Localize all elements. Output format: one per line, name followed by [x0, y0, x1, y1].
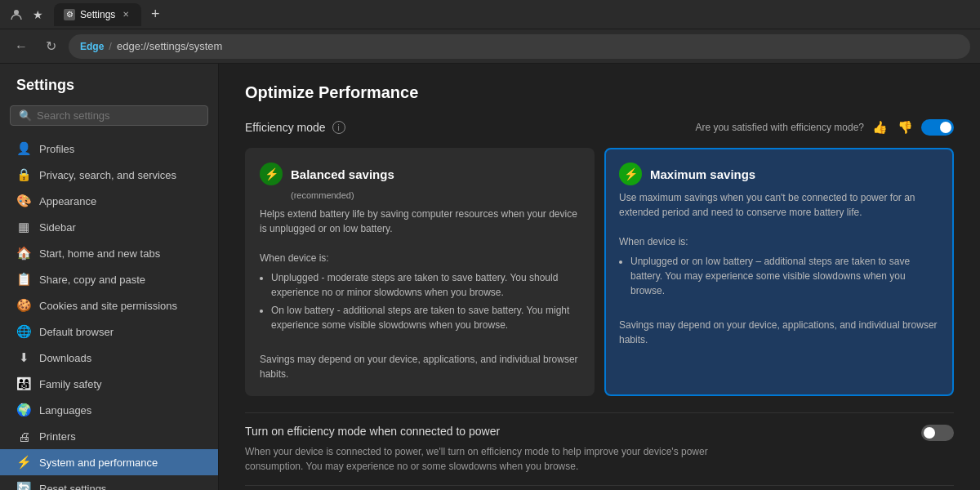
- profile-icon[interactable]: [7, 5, 26, 24]
- nav-icon-default-browser: 🌐: [16, 324, 31, 339]
- main-layout: Settings 🔍 👤 Profiles 🔒 Privacy, search,…: [0, 64, 980, 490]
- window-controls: ★: [7, 5, 47, 24]
- address-text: edge://settings/system: [117, 40, 222, 52]
- sidebar-item-downloads[interactable]: ⬇ Downloads: [0, 345, 218, 371]
- setting-row-efficiency-power: Turn on efficiency mode when connected t…: [245, 412, 954, 485]
- efficiency-thumbs-up[interactable]: 👍: [871, 118, 889, 136]
- nav-icon-downloads: ⬇: [16, 350, 31, 365]
- nav-icon-share-copy: 📋: [16, 272, 31, 287]
- search-icon: 🔍: [19, 109, 32, 122]
- tab-bar: ⚙ Settings ✕ +: [54, 3, 973, 26]
- balanced-card-title: Balanced savings: [291, 167, 394, 181]
- balanced-bullets: Unplugged - moderate steps are taken to …: [260, 270, 580, 332]
- nav-label-default-browser: Default browser: [39, 326, 114, 338]
- refresh-button[interactable]: ↻: [39, 35, 62, 58]
- nav-icon-family-safety: 👨‍👩‍👧: [16, 376, 31, 391]
- sidebar-item-cookies[interactable]: 🍪 Cookies and site permissions: [0, 292, 218, 318]
- sidebar-title: Settings: [0, 77, 218, 105]
- nav-label-profiles: Profiles: [39, 143, 74, 155]
- nav-label-languages: Languages: [39, 404, 91, 416]
- maximum-card-header: ⚡ Maximum savings: [619, 163, 939, 185]
- balanced-card-header: ⚡ Balanced savings: [260, 163, 580, 185]
- maximum-card-icon: ⚡: [619, 163, 642, 185]
- balanced-footnote: Savings may depend on your device, appli…: [260, 354, 578, 380]
- maximum-card-title: Maximum savings: [650, 167, 755, 181]
- search-box[interactable]: 🔍: [10, 105, 208, 126]
- sidebar-item-system-performance[interactable]: ⚡ System and performance: [0, 449, 218, 475]
- balanced-when-label: When device is:: [260, 252, 329, 264]
- sidebar-item-family-safety[interactable]: 👨‍👩‍👧 Family safety: [0, 371, 218, 397]
- sidebar-item-share-copy[interactable]: 📋 Share, copy and paste: [0, 266, 218, 292]
- page-title: Optimize Performance: [245, 83, 954, 102]
- nav-icon-printers: 🖨: [16, 429, 31, 443]
- nav-label-downloads: Downloads: [39, 352, 91, 364]
- sidebar-item-start-home[interactable]: 🏠 Start, home and new tabs: [0, 240, 218, 266]
- nav-icon-languages: 🌍: [16, 403, 31, 417]
- nav-label-reset: Reset settings: [39, 483, 106, 491]
- new-tab-button[interactable]: +: [145, 4, 166, 25]
- balanced-card-icon: ⚡: [260, 163, 283, 185]
- nav-label-appearance: Appearance: [39, 195, 96, 207]
- efficiency-power-desc: When your device is connected to power, …: [245, 444, 768, 474]
- efficiency-feedback-text: Are you satisfied with efficiency mode?: [695, 122, 864, 133]
- back-button[interactable]: ←: [10, 35, 33, 58]
- nav-label-cookies: Cookies and site permissions: [39, 300, 177, 312]
- nav-label-start-home: Start, home and new tabs: [39, 247, 160, 260]
- setting-row-pc-gaming: Improve your PC gaming experience with e…: [245, 485, 954, 490]
- nav-icon-start-home: 🏠: [16, 246, 31, 261]
- nav-icon-reset: 🔄: [16, 481, 31, 490]
- balanced-card-subtitle: (recommended): [291, 190, 580, 200]
- tab-favicon: ⚙: [64, 9, 75, 20]
- nav-label-share-copy: Share, copy and paste: [39, 274, 145, 286]
- efficiency-power-header: Turn on efficiency mode when connected t…: [245, 425, 954, 441]
- sidebar-item-reset[interactable]: 🔄 Reset settings: [0, 475, 218, 490]
- sidebar-item-printers[interactable]: 🖨 Printers: [0, 423, 218, 449]
- nav-label-system-performance: System and performance: [39, 457, 158, 469]
- nav-label-sidebar: Sidebar: [39, 221, 76, 234]
- maximum-footnote: Savings may depend on your device, appli…: [619, 319, 938, 345]
- sidebar-item-privacy[interactable]: 🔒 Privacy, search, and services: [0, 162, 218, 188]
- nav-items: 👤 Profiles 🔒 Privacy, search, and servic…: [0, 136, 218, 490]
- efficiency-power-toggle[interactable]: [921, 425, 954, 441]
- maximum-when-label: When device is:: [619, 236, 688, 247]
- efficiency-power-title: Turn on efficiency mode when connected t…: [245, 425, 911, 438]
- sidebar: Settings 🔍 👤 Profiles 🔒 Privacy, search,…: [0, 64, 219, 490]
- maximum-savings-card[interactable]: ⚡ Maximum savings Use maximum savings wh…: [604, 148, 954, 396]
- collections-icon[interactable]: ★: [28, 5, 47, 24]
- balanced-savings-card[interactable]: ⚡ Balanced savings (recommended) Helps e…: [245, 148, 595, 396]
- sidebar-item-default-browser[interactable]: 🌐 Default browser: [0, 318, 218, 345]
- savings-cards: ⚡ Balanced savings (recommended) Helps e…: [245, 148, 954, 396]
- tab-label: Settings: [80, 9, 115, 20]
- balanced-bullet-1: Unplugged - moderate steps are taken to …: [271, 270, 580, 300]
- toolbar: ← ↻ Edge / edge://settings/system: [0, 29, 980, 64]
- nav-label-printers: Printers: [39, 430, 76, 443]
- sidebar-item-profiles[interactable]: 👤 Profiles: [0, 136, 218, 162]
- efficiency-thumbs-down[interactable]: 👎: [896, 118, 915, 136]
- tab-close-button[interactable]: ✕: [120, 9, 131, 20]
- svg-point-0: [14, 10, 19, 15]
- nav-label-privacy: Privacy, search, and services: [39, 169, 176, 181]
- nav-icon-profiles: 👤: [16, 141, 31, 156]
- efficiency-feedback-group: Are you satisfied with efficiency mode? …: [695, 118, 954, 136]
- balanced-description: Helps extend battery life by saving comp…: [260, 208, 577, 234]
- maximum-card-body: Use maximum savings when you can't be co…: [619, 190, 939, 347]
- sidebar-item-sidebar[interactable]: ▦ Sidebar: [0, 214, 218, 240]
- sidebar-item-languages[interactable]: 🌍 Languages: [0, 397, 218, 423]
- address-bar[interactable]: Edge / edge://settings/system: [69, 34, 970, 59]
- efficiency-mode-info-icon[interactable]: i: [332, 121, 345, 134]
- efficiency-mode-toggle[interactable]: [921, 119, 954, 136]
- efficiency-mode-header: Efficiency mode i Are you satisfied with…: [245, 118, 954, 136]
- search-input[interactable]: [37, 109, 199, 122]
- maximum-description: Use maximum savings when you can't be co…: [619, 192, 915, 218]
- maximum-bullet-1: Unplugged or on low battery – additional…: [630, 254, 939, 298]
- maximum-bullets: Unplugged or on low battery – additional…: [619, 254, 939, 298]
- nav-icon-sidebar: ▦: [16, 220, 31, 234]
- balanced-bullet-2: On low battery - additional steps are ta…: [271, 303, 580, 332]
- efficiency-power-controls: [921, 425, 954, 441]
- sidebar-item-appearance[interactable]: 🎨 Appearance: [0, 188, 218, 214]
- content-area: Optimize Performance Efficiency mode i A…: [219, 64, 980, 490]
- nav-icon-appearance: 🎨: [16, 194, 31, 208]
- nav-icon-privacy: 🔒: [16, 167, 31, 182]
- settings-tab[interactable]: ⚙ Settings ✕: [54, 3, 141, 26]
- balanced-card-body: Helps extend battery life by saving comp…: [260, 207, 580, 381]
